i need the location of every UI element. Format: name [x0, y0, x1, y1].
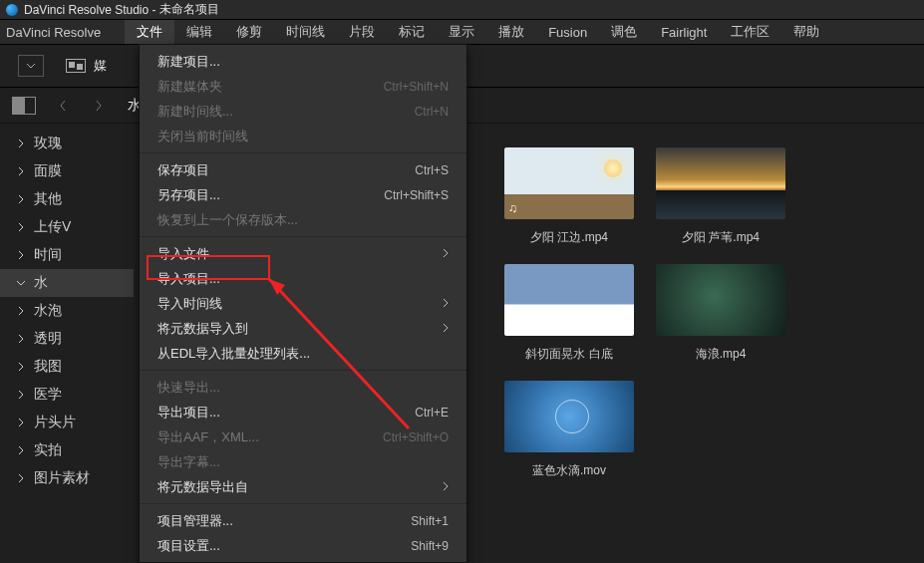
- menu-entry-label: 导出字幕...: [157, 453, 220, 471]
- menu-entry[interactable]: 导出项目...Ctrl+E: [140, 400, 466, 424]
- chevron-right-icon: [16, 473, 26, 483]
- clip-thumbnail: [504, 264, 634, 336]
- menu-entry-label: 导出AAF，XML...: [157, 428, 259, 446]
- menu-entry-label: 将元数据导出自: [157, 478, 248, 496]
- chevron-right-icon: [16, 418, 26, 427]
- media-clip[interactable]: 斜切面晃水 白底: [504, 264, 634, 363]
- chevron-right-icon: [16, 390, 26, 400]
- bin-tree-sidebar: 玫瑰面膜其他上传V时间水水泡透明我图医学片头片实拍图片素材: [0, 124, 134, 563]
- menu-shortcut: Ctrl+S: [415, 163, 449, 177]
- annotation-box: [147, 255, 270, 280]
- clip-thumbnail: ♫: [504, 147, 634, 219]
- chevron-right-icon: [16, 166, 26, 176]
- menu-item-Fusion[interactable]: Fusion: [536, 20, 599, 44]
- bin-label: 实拍: [34, 441, 62, 459]
- chevron-right-icon: [16, 334, 26, 344]
- menu-item-播放[interactable]: 播放: [486, 20, 536, 44]
- menu-entry[interactable]: 导入时间线: [140, 291, 466, 316]
- menu-item-工作区[interactable]: 工作区: [719, 20, 781, 44]
- nav-forward-button[interactable]: [90, 97, 108, 115]
- clip-name: 海浪.mp4: [696, 346, 747, 363]
- clip-thumbnail: [504, 381, 634, 452]
- chevron-right-icon: [16, 139, 26, 148]
- menu-entry: 新建时间线...Ctrl+N: [140, 99, 466, 124]
- media-clip[interactable]: 蓝色水滴.mov: [504, 381, 634, 479]
- menu-entry[interactable]: 另存项目...Ctrl+Shift+S: [140, 182, 466, 207]
- bin-item[interactable]: 水泡: [0, 297, 134, 325]
- menu-entry: 恢复到上一个保存版本...: [140, 207, 466, 232]
- menu-shortcut: Ctrl+N: [415, 105, 449, 119]
- nav-back-button[interactable]: [54, 97, 72, 115]
- chevron-right-icon: [443, 296, 449, 311]
- bin-label: 我图: [34, 358, 62, 376]
- menu-entry: 导出字幕...: [140, 449, 466, 474]
- bin-item[interactable]: 面膜: [0, 157, 134, 185]
- menu-entry-label: 将元数据导入到: [157, 320, 248, 338]
- bin-label: 玫瑰: [34, 135, 62, 152]
- bin-label: 时间: [34, 246, 62, 264]
- audio-icon: ♫: [508, 201, 517, 215]
- menu-item-帮助[interactable]: 帮助: [781, 20, 831, 44]
- bin-item[interactable]: 我图: [0, 353, 134, 381]
- bin-label: 医学: [34, 386, 62, 404]
- bin-item[interactable]: 医学: [0, 381, 134, 409]
- bin-label: 透明: [34, 330, 62, 348]
- chevron-right-icon: [16, 278, 26, 288]
- menu-entry: 关闭当前时间线: [140, 124, 466, 148]
- app-name-label[interactable]: DaVinci Resolve: [6, 25, 101, 40]
- menu-entry-label: 另存项目...: [157, 186, 220, 204]
- menu-entry-label: 保存项目: [157, 161, 209, 179]
- chevron-right-icon: [443, 246, 449, 261]
- menu-entry[interactable]: 从EDL导入批量处理列表...: [140, 341, 466, 366]
- panel-layout-icon[interactable]: [12, 97, 36, 115]
- menu-item-文件[interactable]: 文件: [125, 20, 174, 44]
- bin-item[interactable]: 上传V: [0, 213, 134, 241]
- menu-entry[interactable]: 项目设置...Shift+9: [140, 533, 466, 558]
- menu-entry: 快速导出...: [140, 375, 466, 400]
- media-clip[interactable]: 海浪.mp4: [656, 264, 785, 363]
- chevron-right-icon: [16, 445, 26, 455]
- chevron-right-icon: [16, 250, 26, 260]
- bin-item[interactable]: 时间: [0, 241, 134, 269]
- menu-item-Fairlight[interactable]: Fairlight: [649, 20, 719, 44]
- menu-item-标记[interactable]: 标记: [387, 20, 437, 44]
- menu-item-片段[interactable]: 片段: [337, 20, 387, 44]
- clip-name: 蓝色水滴.mov: [532, 462, 606, 479]
- media-clip[interactable]: ♫夕阳 江边.mp4: [504, 147, 634, 246]
- chevron-right-icon: [16, 194, 26, 204]
- menu-shortcut: Shift+1: [411, 514, 449, 528]
- bin-item[interactable]: 其他: [0, 185, 134, 213]
- chevron-right-icon: [443, 479, 449, 494]
- bin-item[interactable]: 水: [0, 269, 134, 297]
- bin-item[interactable]: 片头片: [0, 409, 134, 436]
- media-clip[interactable]: 夕阳 芦苇.mp4: [656, 147, 785, 246]
- menu-shortcut: Ctrl+E: [415, 406, 449, 420]
- menu-entry-label: 关闭当前时间线: [157, 128, 248, 145]
- menu-item-修剪[interactable]: 修剪: [224, 20, 274, 44]
- menu-entry[interactable]: 保存项目Ctrl+S: [140, 157, 466, 182]
- menu-item-时间线[interactable]: 时间线: [274, 20, 337, 44]
- menu-separator: [140, 370, 466, 371]
- menu-entry[interactable]: 将元数据导出自: [140, 474, 466, 499]
- bin-item[interactable]: 实拍: [0, 436, 134, 464]
- layout-dropdown-button[interactable]: [18, 55, 44, 77]
- menu-entry[interactable]: 项目管理器...Shift+1: [140, 508, 466, 533]
- media-pool-tab[interactable]: 媒: [56, 57, 117, 75]
- bin-item[interactable]: 透明: [0, 325, 134, 353]
- chevron-right-icon: [443, 321, 449, 336]
- menu-entry[interactable]: 将元数据导入到: [140, 316, 466, 341]
- menu-entry[interactable]: 新建项目...: [140, 49, 466, 74]
- menu-item-调色[interactable]: 调色: [599, 20, 649, 44]
- menu-entry-label: 导出项目...: [157, 404, 220, 422]
- bin-label: 上传V: [34, 218, 71, 236]
- clip-thumbnail: [656, 264, 785, 336]
- bin-item[interactable]: 图片素材: [0, 464, 134, 492]
- bin-item[interactable]: 玫瑰: [0, 130, 134, 157]
- menu-item-显示[interactable]: 显示: [437, 20, 486, 44]
- menu-separator: [140, 503, 466, 504]
- app-title: DaVinci Resolve Studio: [24, 3, 149, 17]
- clip-name: 夕阳 江边.mp4: [530, 229, 608, 246]
- menu-item-编辑[interactable]: 编辑: [174, 20, 224, 44]
- menu-shortcut: Ctrl+Shift+N: [384, 80, 449, 94]
- clip-name: 夕阳 芦苇.mp4: [682, 229, 760, 246]
